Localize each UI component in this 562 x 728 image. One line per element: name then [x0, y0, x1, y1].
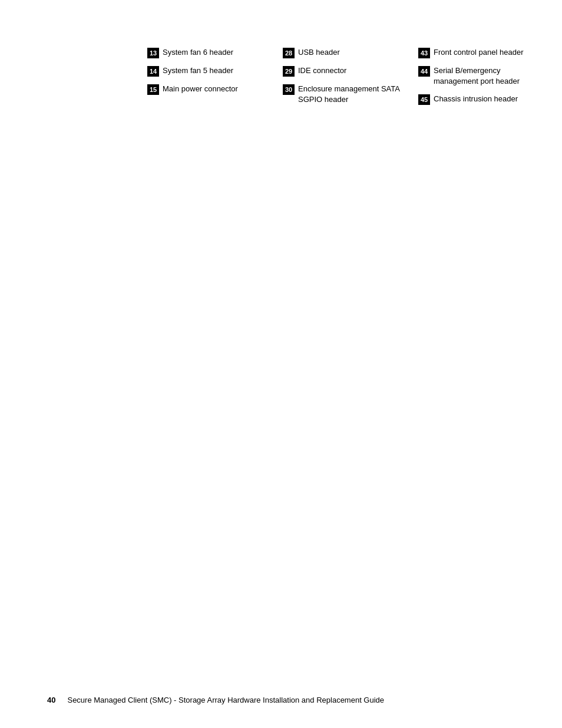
legend-badge: 14	[147, 66, 159, 77]
page-footer: 40 Secure Managed Client (SMC) - Storage…	[47, 696, 515, 704]
legend-item: 44Serial B/emergency management port hea…	[418, 65, 536, 87]
legend-item: 28USB header	[283, 47, 401, 58]
legend-item: 43Front control panel header	[418, 47, 536, 58]
legend-item-text: System fan 6 header	[163, 47, 233, 58]
legend-item: 30Enclosure management SATA SGPIO header	[283, 84, 401, 105]
legend-item-text: Enclosure management SATA SGPIO header	[298, 84, 401, 105]
footer-title: Secure Managed Client (SMC) - Storage Ar…	[67, 696, 384, 704]
legend-item: 45Chassis intrusion header	[418, 94, 536, 105]
legend-item-text: USB header	[298, 47, 340, 58]
page-number: 40	[47, 696, 55, 704]
legend-item-text: Front control panel header	[434, 47, 523, 58]
legend-item: 15Main power connector	[147, 84, 265, 95]
page-content: 13System fan 6 header14System fan 5 head…	[0, 0, 562, 140]
legend-badge: 45	[418, 94, 430, 105]
legend-item-text: IDE connector	[298, 65, 346, 76]
legend-badge: 13	[147, 48, 159, 58]
legend-item: 14System fan 5 header	[147, 65, 265, 77]
legend-column-1: 13System fan 6 header14System fan 5 head…	[147, 47, 265, 105]
legend-item: 13System fan 6 header	[147, 47, 265, 58]
legend-column-3: 43Front control panel header44Serial B/e…	[418, 47, 536, 105]
legend-badge: 15	[147, 84, 159, 95]
legend-item-text: Serial B/emergency management port heade…	[434, 65, 536, 87]
legend-item-text: Main power connector	[163, 84, 238, 94]
legend-item-text: Chassis intrusion header	[434, 94, 518, 104]
legend-badge: 30	[283, 84, 295, 95]
legend-badge: 44	[418, 66, 430, 77]
legend-badge: 29	[283, 66, 295, 77]
legend-item: 29IDE connector	[283, 65, 401, 77]
legend-column-2: 28USB header29IDE connector30Enclosure m…	[283, 47, 401, 105]
legend-table: 13System fan 6 header14System fan 5 head…	[147, 47, 515, 105]
legend-badge: 28	[283, 48, 295, 58]
legend-item-text: System fan 5 header	[163, 65, 233, 76]
legend-badge: 43	[418, 48, 430, 58]
